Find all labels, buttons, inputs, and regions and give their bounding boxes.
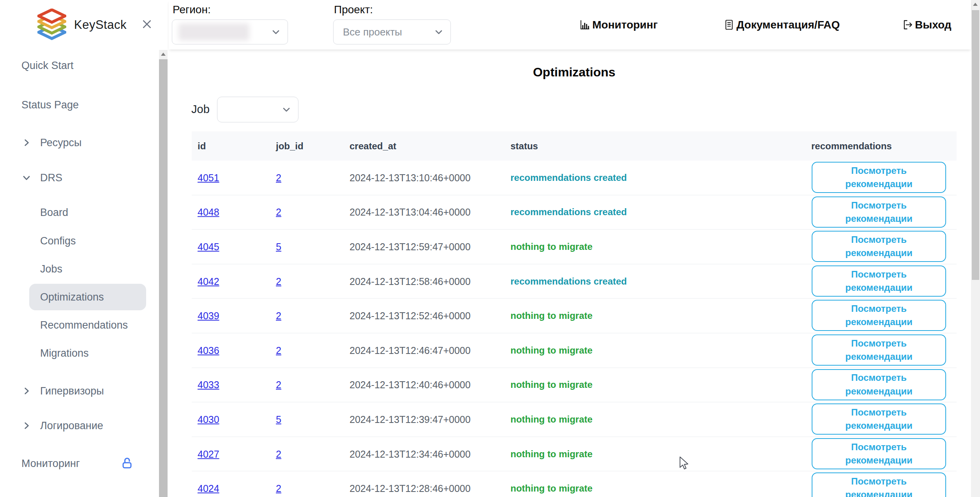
sidebar-item-label: Configs xyxy=(0,228,76,254)
view-recommendations-button[interactable]: Посмотретьрекомендации xyxy=(812,265,946,297)
id-link[interactable]: 4051 xyxy=(198,172,219,183)
created-at-cell: 2024-12-13T12:40:46+0000 xyxy=(350,379,471,391)
chevron-down-icon xyxy=(281,104,292,115)
logout-icon xyxy=(901,19,913,31)
sidebar-item-label: Optimizations xyxy=(0,284,104,310)
page-scrollbar[interactable] xyxy=(971,0,980,497)
job-filter-label: Job xyxy=(191,96,210,122)
sidebar-scrollbar[interactable] xyxy=(159,50,168,497)
view-recommendations-label: рекомендации xyxy=(845,177,913,191)
chevron-down-icon xyxy=(433,27,444,37)
view-recommendations-label: Посмотреть xyxy=(851,164,906,177)
view-recommendations-button[interactable]: Посмотретьрекомендации xyxy=(812,334,946,366)
view-recommendations-button[interactable]: Посмотретьрекомендации xyxy=(812,231,946,262)
sidebar-item-drs[interactable]: DRS xyxy=(0,164,177,191)
sidebar-item-monitoring[interactable]: Мониторинг xyxy=(0,450,156,477)
view-recommendations-label: рекомендации xyxy=(845,454,913,467)
sidebar-item-status-page[interactable]: Status Page xyxy=(0,92,156,118)
job-id-link[interactable]: 2 xyxy=(276,172,281,183)
job-id-link[interactable]: 2 xyxy=(276,276,281,287)
page-scrollbar-thumb[interactable] xyxy=(972,10,979,280)
chevron-right-icon xyxy=(21,421,32,431)
project-select[interactable]: Все проекты xyxy=(333,19,451,44)
chevron-down-icon xyxy=(270,27,281,37)
table-row: 404222024-12-13T12:58:46+0000recommendat… xyxy=(192,264,957,299)
id-link[interactable]: 4033 xyxy=(198,379,219,391)
nav-monitoring[interactable]: Мониторинг xyxy=(579,0,658,50)
job-id-link[interactable]: 5 xyxy=(276,241,281,252)
region-value-blurred xyxy=(178,23,249,41)
job-id-link[interactable]: 2 xyxy=(276,483,281,494)
optimizations-table: idjob_idcreated_atstatusrecommendations … xyxy=(192,131,957,497)
job-id-link[interactable]: 2 xyxy=(276,379,281,391)
id-link[interactable]: 4048 xyxy=(198,207,219,218)
job-id-link[interactable]: 5 xyxy=(276,414,281,425)
region-label: Регион: xyxy=(173,4,211,16)
job-id-link[interactable]: 2 xyxy=(276,345,281,356)
view-recommendations-label: рекомендации xyxy=(845,350,913,363)
job-select[interactable] xyxy=(217,97,298,122)
scroll-up-icon[interactable] xyxy=(971,0,980,9)
sidebar-item-quick-start[interactable]: Quick Start xyxy=(0,52,156,79)
created-at-cell: 2024-12-13T12:39:47+0000 xyxy=(350,414,471,425)
view-recommendations-label: рекомендации xyxy=(845,315,913,329)
id-link[interactable]: 4030 xyxy=(198,414,219,425)
nav-documentation[interactable]: Документация/FAQ xyxy=(723,0,840,50)
column-header-id: id xyxy=(198,131,206,161)
sidebar-item-label: Migrations xyxy=(0,340,89,366)
status-cell: nothing to migrate xyxy=(510,310,593,321)
status-cell: recommendations created xyxy=(510,172,627,183)
sidebar-item-label: Jobs xyxy=(0,256,62,282)
sidebar-scrollbar-thumb[interactable] xyxy=(159,59,168,497)
sidebar: KeyStack Quick StartStatus PageРесурсыDR… xyxy=(0,0,169,497)
id-link[interactable]: 4045 xyxy=(198,241,219,252)
table-header-row: idjob_idcreated_atstatusrecommendations xyxy=(192,131,957,161)
view-recommendations-button[interactable]: Посмотретьрекомендации xyxy=(812,472,946,497)
main-content: Optimizations Job idjob_idcreated_atstat… xyxy=(169,50,971,497)
table-row: 403322024-12-13T12:40:46+0000nothing to … xyxy=(192,368,957,403)
view-recommendations-button[interactable]: Посмотретьрекомендации xyxy=(812,300,946,331)
view-recommendations-button[interactable]: Посмотретьрекомендации xyxy=(812,403,946,435)
sidebar-item-jobs[interactable]: Jobs xyxy=(0,256,156,282)
close-sidebar-icon[interactable] xyxy=(141,18,153,30)
id-link[interactable]: 4039 xyxy=(198,310,219,322)
project-select-value: Все проекты xyxy=(343,26,402,38)
view-recommendations-button[interactable]: Посмотретьрекомендации xyxy=(812,369,946,400)
view-recommendations-button[interactable]: Посмотретьрекомендации xyxy=(812,438,946,469)
sidebar-item-label: Гипервизоры xyxy=(40,378,104,404)
keystack-logo-icon xyxy=(37,9,66,41)
view-recommendations-button[interactable]: Посмотретьрекомендации xyxy=(812,196,946,228)
sidebar-item-hypervisors[interactable]: Гипервизоры xyxy=(0,378,177,404)
sidebar-item-resources[interactable]: Ресурсы xyxy=(0,129,177,156)
job-id-link[interactable]: 2 xyxy=(276,310,281,322)
scroll-up-icon[interactable] xyxy=(159,50,168,58)
nav-logout[interactable]: Выход xyxy=(901,0,952,50)
sidebar-item-optimizations[interactable]: Optimizations xyxy=(0,284,156,310)
nav-logout-label: Выход xyxy=(915,19,952,31)
sidebar-item-recommendations[interactable]: Recommendations xyxy=(0,312,156,338)
sidebar-item-label: DRS xyxy=(40,164,62,191)
view-recommendations-label: Посмотреть xyxy=(851,337,906,350)
sidebar-item-board[interactable]: Board xyxy=(0,199,156,226)
view-recommendations-label: Посмотреть xyxy=(851,475,906,488)
column-header-created_at: created_at xyxy=(350,131,396,161)
job-id-link[interactable]: 2 xyxy=(276,207,281,218)
sidebar-item-configs[interactable]: Configs xyxy=(0,228,156,254)
id-link[interactable]: 4027 xyxy=(198,448,219,460)
sidebar-item-logging[interactable]: Логирование xyxy=(0,412,177,439)
created-at-cell: 2024-12-13T12:46:47+0000 xyxy=(350,345,471,356)
status-cell: nothing to migrate xyxy=(510,414,593,425)
job-id-link[interactable]: 2 xyxy=(276,448,281,460)
created-at-cell: 2024-12-13T13:04:46+0000 xyxy=(350,207,471,218)
view-recommendations-label: Посмотреть xyxy=(851,440,906,454)
view-recommendations-button[interactable]: Посмотретьрекомендации xyxy=(812,162,946,193)
sidebar-item-label: Board xyxy=(0,199,68,226)
id-link[interactable]: 4024 xyxy=(198,483,219,494)
id-link[interactable]: 4036 xyxy=(198,345,219,356)
sidebar-item-migrations[interactable]: Migrations xyxy=(0,340,156,366)
region-select[interactable] xyxy=(172,19,288,44)
column-header-job_id: job_id xyxy=(276,131,304,161)
app-title: KeyStack xyxy=(74,18,127,32)
created-at-cell: 2024-12-13T12:59:47+0000 xyxy=(350,241,471,252)
id-link[interactable]: 4042 xyxy=(198,276,219,287)
